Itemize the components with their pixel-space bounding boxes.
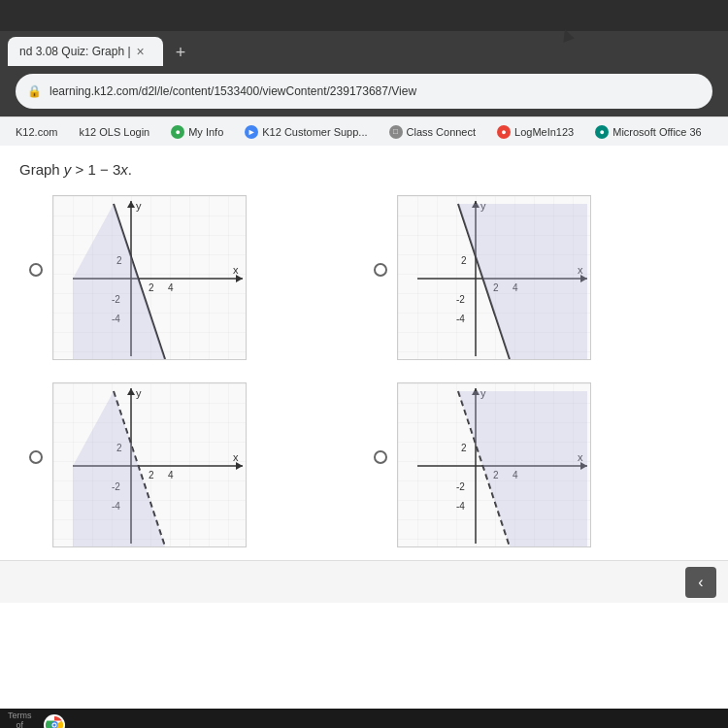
svg-text:2: 2 (461, 255, 467, 266)
back-arrow-icon: ‹ (698, 574, 703, 591)
graph-wrapper-a: x y 2 4 2 -2 -4 (52, 195, 247, 363)
taskbar-chrome[interactable] (44, 714, 65, 729)
graph-svg-b: x y 2 4 2 -2 -4 (397, 195, 591, 360)
bookmark-class-connect[interactable]: □ Class Connect (381, 123, 484, 141)
svg-text:x: x (233, 451, 239, 463)
taskbar-terms: TermsofUse (8, 711, 32, 728)
graph-svg-a: x y 2 4 2 -2 -4 (52, 195, 247, 360)
svg-text:2: 2 (149, 470, 154, 480)
office365-label: Microsoft Office 36 (612, 126, 702, 138)
svg-text:x: x (233, 264, 239, 276)
graph-wrapper-b: x y 2 4 2 -2 -4 (397, 195, 591, 363)
bookmark-ols-login[interactable]: k12 OLS Login (71, 124, 157, 140)
bottom-bar: ‹ (0, 560, 728, 603)
logmein-icon: ● (497, 125, 511, 139)
bookmarks-bar: K12.com k12 OLS Login ● My Info ► K12 Cu… (0, 116, 728, 146)
url-text: learning.k12.com/d2l/le/content/1533400/… (50, 84, 701, 98)
svg-point-60 (52, 723, 55, 726)
tab-close-icon[interactable]: × (137, 44, 145, 59)
svg-text:2: 2 (149, 282, 154, 293)
tab-bar: nd 3.08 Quiz: Graph | × + (0, 31, 728, 66)
graph-svg-c: x y 2 4 2 -2 -4 (52, 382, 247, 547)
svg-text:-4: -4 (456, 501, 465, 512)
bookmark-logmein[interactable]: ● LogMeIn123 (489, 123, 581, 141)
lock-icon: 🔒 (27, 84, 42, 98)
question-text: Graph y > 1 − 3x. (19, 161, 132, 178)
svg-text:4: 4 (168, 470, 174, 480)
k12-customer-icon: ► (245, 125, 258, 139)
new-tab-button[interactable]: + (167, 39, 194, 66)
k12-customer-label: K12 Customer Supp... (262, 126, 367, 138)
bookmark-office365[interactable]: ● Microsoft Office 36 (587, 123, 710, 141)
graph-option-d: x y 2 4 2 -2 -4 (374, 382, 699, 550)
terms-label: TermsofUse (8, 711, 32, 728)
svg-text:-2: -2 (456, 481, 465, 492)
svg-text:-2: -2 (456, 294, 465, 305)
svg-text:4: 4 (168, 282, 174, 293)
graph-option-c: x y 2 4 2 -2 -4 (29, 382, 354, 550)
content-area: Graph y > 1 − 3x. (0, 146, 728, 709)
tab-title: nd 3.08 Quiz: Graph | (19, 45, 131, 58)
radio-c[interactable] (29, 450, 43, 464)
radio-a[interactable] (29, 263, 43, 277)
graph-wrapper-d: x y 2 4 2 -2 -4 (397, 382, 591, 550)
graph-option-a: x y 2 4 2 -2 -4 (29, 195, 354, 363)
svg-text:2: 2 (461, 443, 467, 453)
browser-chrome: nd 3.08 Quiz: Graph | × + 🔒 learning.k12… (0, 0, 728, 146)
question-header: Graph y > 1 − 3x. (0, 146, 728, 185)
ols-login-label: k12 OLS Login (79, 126, 149, 138)
radio-d[interactable] (374, 450, 387, 464)
back-button[interactable]: ‹ (685, 567, 716, 598)
radio-b[interactable] (374, 263, 387, 277)
graph-wrapper-c: x y 2 4 2 -2 -4 (52, 382, 247, 550)
bookmark-k12-customer[interactable]: ► K12 Customer Supp... (237, 123, 375, 141)
svg-text:y: y (136, 387, 142, 399)
logmein-label: LogMeIn123 (514, 126, 574, 138)
office365-icon: ● (595, 125, 609, 139)
title-bar (0, 0, 728, 31)
graph-svg-d: x y 2 4 2 -2 -4 (397, 382, 591, 547)
taskbar: TermsofUse (0, 709, 728, 728)
my-info-label: My Info (188, 126, 223, 138)
svg-text:y: y (136, 200, 142, 212)
svg-text:-4: -4 (456, 314, 465, 324)
bookmark-k12com[interactable]: K12.com (8, 124, 65, 140)
bookmark-my-info[interactable]: ● My Info (163, 123, 231, 141)
k12com-label: K12.com (16, 126, 57, 138)
browser-tab[interactable]: nd 3.08 Quiz: Graph | × (8, 37, 163, 66)
class-connect-label: Class Connect (407, 126, 477, 138)
address-bar[interactable]: 🔒 learning.k12.com/d2l/le/content/153340… (16, 74, 712, 109)
graphs-container: x y 2 4 2 -2 -4 (0, 185, 728, 560)
chrome-logo-icon (44, 714, 65, 729)
graph-option-b: x y 2 4 2 -2 -4 (374, 195, 699, 363)
my-info-icon: ● (171, 125, 184, 139)
class-connect-icon: □ (389, 125, 403, 139)
